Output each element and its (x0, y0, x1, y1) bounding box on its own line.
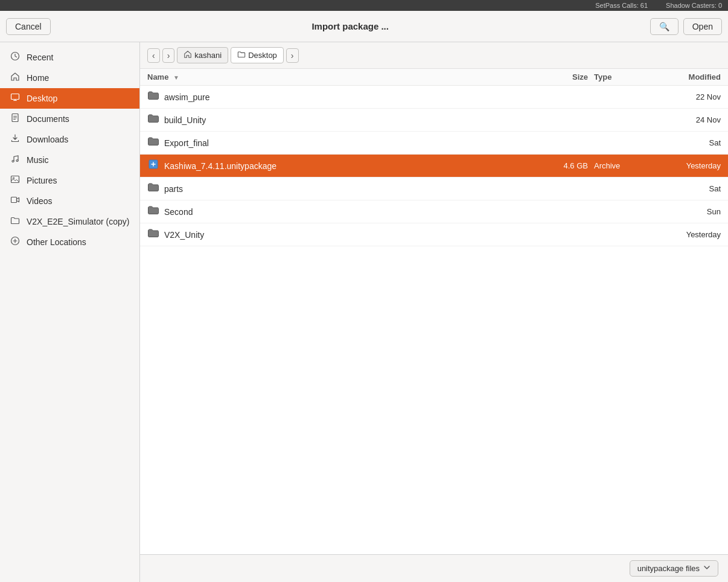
file-icon (147, 158, 159, 173)
home-icon (10, 72, 21, 84)
table-row[interactable]: Export_final Sat (140, 132, 728, 155)
file-icon (147, 227, 159, 242)
table-row[interactable]: V2X_Unity Yesterday (140, 223, 728, 246)
column-type[interactable]: Type (588, 72, 648, 82)
sidebar-label-downloads: Downloads (27, 135, 68, 144)
breadcrumb-home[interactable]: kashani (177, 47, 228, 63)
header-left: Cancel (6, 18, 51, 35)
path-forward-button[interactable]: › (286, 48, 299, 63)
sidebar-item-recent[interactable]: Recent (0, 47, 139, 68)
filter-dropdown[interactable]: unitypackage files (630, 560, 718, 577)
file-icon (147, 112, 159, 127)
breadcrumb-desktop[interactable]: Desktop (231, 47, 284, 63)
videos-icon (10, 195, 21, 207)
sidebar: Recent Home Desktop Documents Downloads (0, 42, 140, 582)
status-bar: SetPass Calls: 61 Shadow Casters: 0 (0, 0, 728, 11)
file-modified: Sat (648, 184, 721, 193)
dialog-title: Import package ... (311, 21, 389, 31)
sidebar-item-videos[interactable]: Videos (0, 191, 139, 211)
sidebar-label-home: Home (27, 73, 49, 83)
status-shadow: Shadow Casters: 0 (666, 2, 722, 9)
filter-label: unitypackage files (637, 564, 700, 573)
file-name: V2X_Unity (164, 230, 540, 240)
sidebar-label-v2x: V2X_E2E_Simulator (copy) (27, 217, 129, 226)
sidebar-item-documents[interactable]: Documents (0, 109, 139, 129)
forward-button[interactable]: › (162, 48, 175, 63)
sidebar-label-videos: Videos (27, 196, 53, 206)
file-modified: Yesterday (648, 230, 721, 239)
home-crumb-icon (184, 50, 192, 60)
file-name: Kashiwa_7.4.11.unitypackage (164, 161, 540, 171)
file-size: 4.6 GB (540, 161, 588, 170)
file-icon (147, 181, 159, 196)
svg-rect-5 (11, 176, 19, 183)
file-name: awsim_pure (164, 92, 540, 102)
file-type: Archive (588, 161, 648, 170)
cancel-button[interactable]: Cancel (6, 18, 51, 35)
sort-indicator: ▼ (173, 74, 179, 81)
folder-crumb-icon (237, 50, 246, 60)
file-name: parts (164, 184, 540, 194)
sidebar-label-music: Music (27, 155, 49, 165)
sidebar-item-downloads[interactable]: Downloads (0, 129, 139, 150)
svg-point-6 (13, 177, 14, 179)
file-name: build_Unity (164, 115, 540, 125)
sidebar-item-other-locations[interactable]: Other Locations (0, 232, 139, 252)
main-container: Recent Home Desktop Documents Downloads (0, 42, 728, 582)
file-list-header: Name ▼ Size Type Modified (140, 69, 728, 86)
header: Cancel Import package ... 🔍 Open (0, 11, 728, 42)
sidebar-label-documents: Documents (27, 114, 69, 124)
table-row[interactable]: Kashiwa_7.4.11.unitypackage 4.6 GB Archi… (140, 155, 728, 177)
sidebar-label-pictures: Pictures (27, 176, 57, 185)
file-icon (147, 204, 159, 219)
svg-point-4 (16, 160, 18, 162)
sidebar-label-desktop: Desktop (27, 94, 57, 103)
svg-rect-7 (11, 197, 17, 203)
column-name[interactable]: Name ▼ (147, 72, 540, 82)
table-row[interactable]: awsim_pure 22 Nov (140, 86, 728, 109)
table-row[interactable]: build_Unity 24 Nov (140, 109, 728, 132)
file-modified: Yesterday (648, 161, 721, 170)
path-bar: ‹ › kashani Desktop › (140, 42, 728, 69)
file-modified: Sat (648, 138, 721, 147)
sidebar-label-other-locations: Other Locations (27, 237, 86, 247)
sidebar-item-v2x[interactable]: V2X_E2E_Simulator (copy) (0, 211, 139, 232)
search-button[interactable]: 🔍 (650, 18, 679, 35)
content-area: ‹ › kashani Desktop › Name ▼ Size (140, 42, 728, 582)
search-icon: 🔍 (659, 22, 669, 31)
sidebar-item-home[interactable]: Home (0, 68, 139, 88)
file-name: Export_final (164, 138, 540, 148)
documents-icon (10, 113, 21, 125)
file-modified: Sun (648, 207, 721, 216)
bottom-bar: unitypackage files (140, 554, 728, 582)
column-modified[interactable]: Modified (648, 72, 721, 82)
desktop-icon (10, 92, 21, 104)
pictures-icon (10, 174, 21, 187)
sidebar-item-music[interactable]: Music (0, 150, 139, 170)
status-setpass: SetPass Calls: 61 (595, 2, 648, 9)
sidebar-label-recent: Recent (27, 53, 53, 62)
sidebar-item-desktop[interactable]: Desktop (0, 88, 139, 109)
file-list: awsim_pure 22 Nov build_Unity 24 Nov Exp… (140, 86, 728, 554)
file-name: Second (164, 207, 540, 217)
file-icon (147, 89, 159, 104)
file-icon (147, 135, 159, 150)
table-row[interactable]: parts Sat (140, 177, 728, 200)
plus-icon (10, 236, 21, 248)
svg-point-3 (12, 161, 14, 162)
back-button[interactable]: ‹ (147, 48, 160, 63)
table-row[interactable]: Second Sun (140, 200, 728, 223)
svg-rect-1 (11, 94, 19, 100)
header-right: 🔍 Open (650, 18, 722, 35)
music-icon (10, 154, 21, 166)
folder-v2x-icon (10, 216, 21, 228)
open-button[interactable]: Open (683, 18, 722, 35)
chevron-down-icon (703, 564, 710, 573)
column-size[interactable]: Size (540, 72, 588, 82)
breadcrumb-home-label: kashani (194, 51, 222, 60)
sidebar-item-pictures[interactable]: Pictures (0, 170, 139, 191)
clock-icon (10, 51, 21, 63)
file-modified: 22 Nov (648, 92, 721, 101)
file-modified: 24 Nov (648, 115, 721, 124)
downloads-icon (10, 133, 21, 146)
